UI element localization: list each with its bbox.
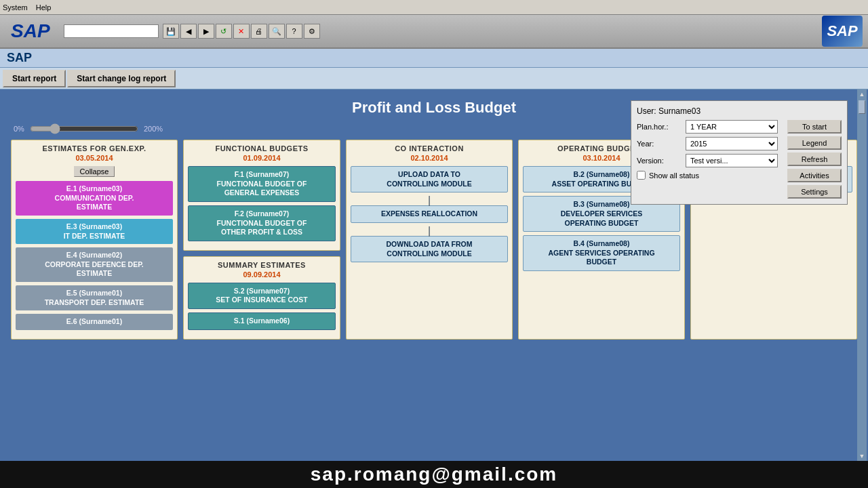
email-bar: sap.romang@gmail.com xyxy=(0,461,868,488)
col-co-date: 02.10.2014 xyxy=(351,154,508,162)
sap-title-bar: SAP xyxy=(0,49,868,68)
show-all-status-label: Show all status xyxy=(649,171,699,180)
card-s2[interactable]: S.2 (Surname07)SET OF INSURANCE COST xyxy=(188,283,336,309)
main-content: Profit and Loss Budget 0% 200% User: Sur… xyxy=(0,89,868,461)
zoom-slider[interactable] xyxy=(30,123,138,134)
settings-icon[interactable]: ⚙ xyxy=(304,24,320,39)
info-panel: User: Surname03 Plan.hor.: 1 YEAR Year: … xyxy=(631,100,848,205)
user-row: User: Surname03 xyxy=(637,106,842,116)
sap-header: SAP 💾 ◀ ▶ ↺ ✕ 🖨 🔍 ? ⚙ SAP xyxy=(0,15,868,49)
card-e3[interactable]: E.3 (Surname03)IT DEP. ESTIMATE xyxy=(16,219,173,244)
card-co3[interactable]: DOWNLOAD DATA FROMCONTROLLING MODULE xyxy=(351,236,508,262)
version-label: Version: xyxy=(637,157,686,165)
card-e1[interactable]: E.1 (Surname03)COMMUNICATION DEP.ESTIMAT… xyxy=(16,181,173,216)
col-functional: FUNCTIONAL BUDGETS 01.09.2014 F.1 (Surna… xyxy=(183,140,340,251)
card-b4[interactable]: B.4 (Surname08)AGENT SERVICES OPERATINGB… xyxy=(523,235,680,271)
col-summary-title: SUMMARY ESTIMATES xyxy=(188,261,336,269)
user-label: User: xyxy=(637,106,656,116)
card-e4[interactable]: E.4 (Surname02)CORPORATE DEFENCE DEP.EST… xyxy=(16,247,173,282)
nav-forward-icon[interactable]: ▶ xyxy=(198,24,214,39)
refresh-button[interactable]: Refresh xyxy=(787,152,842,166)
col-functional-title: FUNCTIONAL BUDGETS xyxy=(188,144,336,152)
menu-help[interactable]: Help xyxy=(36,3,52,12)
scroll-up-arrow[interactable]: ▲ xyxy=(859,89,865,99)
card-f1[interactable]: F.1 (Surname07)FUNCTIONAL BUDGET OFGENER… xyxy=(188,166,336,202)
sap-brand-logo: SAP xyxy=(822,16,863,47)
year-label: Year: xyxy=(637,140,686,148)
year-select[interactable]: 2015 xyxy=(686,137,778,150)
col-estimates-title: ESTIMATES FOR GEN.EXP. xyxy=(16,144,173,152)
vertical-scrollbar[interactable]: ▲ ▼ xyxy=(857,89,867,461)
col-functional-group: FUNCTIONAL BUDGETS 01.09.2014 F.1 (Surna… xyxy=(183,140,340,340)
col-co-title: CO INTERACTION xyxy=(351,144,508,152)
card-co1[interactable]: UPLOAD DATA TOCONTROLLING MODULE xyxy=(351,166,508,192)
user-value: Surname03 xyxy=(658,106,701,116)
card-s1[interactable]: S.1 (Surname06) xyxy=(188,312,336,330)
scroll-thumb[interactable] xyxy=(859,100,865,114)
plan-hor-label: Plan.hor.: xyxy=(637,123,686,131)
print-icon[interactable]: 🖨 xyxy=(251,24,267,39)
sap-app-title: SAP xyxy=(7,51,32,65)
refresh-icon[interactable]: ↺ xyxy=(216,24,232,39)
col-functional-date: 01.09.2014 xyxy=(188,154,336,162)
version-row: Version: Test versi... xyxy=(637,154,778,167)
to-start-button[interactable]: To start xyxy=(787,120,842,134)
legend-button[interactable]: Legend xyxy=(787,136,842,150)
col-estimates: ESTIMATES FOR GEN.EXP. 03.05.2014 Collap… xyxy=(11,140,178,340)
sap-logo: SAP xyxy=(11,20,50,42)
plan-hor-select[interactable]: 1 YEAR xyxy=(686,120,778,134)
plan-hor-row: Plan.hor.: 1 YEAR xyxy=(637,120,778,134)
start-report-button[interactable]: Start report xyxy=(3,70,66,87)
scroll-down-arrow[interactable]: ▼ xyxy=(859,451,865,461)
menu-bar: System Help xyxy=(0,0,868,15)
nav-back-icon[interactable]: ◀ xyxy=(180,24,197,39)
card-e5[interactable]: E.5 (Surname01)TRANSPORT DEP. ESTIMATE xyxy=(16,285,173,310)
show-all-status-row: Show all status xyxy=(637,171,778,180)
find-icon[interactable]: 🔍 xyxy=(269,24,285,39)
activities-button[interactable]: Activities xyxy=(787,169,842,182)
start-change-log-report-button[interactable]: Start change log report xyxy=(67,70,176,87)
email-address: sap.romang@gmail.com xyxy=(311,464,558,485)
zoom-min-label: 0% xyxy=(14,125,24,133)
col-co-interaction: CO INTERACTION 02.10.2014 UPLOAD DATA TO… xyxy=(346,140,513,340)
year-row: Year: 2015 xyxy=(637,137,778,150)
address-input[interactable] xyxy=(64,24,159,38)
card-co2[interactable]: EXPENSES REALLOCATION xyxy=(351,205,508,223)
col-summary: SUMMARY ESTIMATES 09.09.2014 S.2 (Surnam… xyxy=(183,256,340,340)
col-estimates-date: 03.05.2014 xyxy=(16,154,173,162)
help-icon[interactable]: ? xyxy=(286,24,302,39)
menu-system[interactable]: System xyxy=(3,3,28,12)
card-e6[interactable]: E.6 (Surname01) xyxy=(16,314,173,330)
collapse-button[interactable]: Collapse xyxy=(74,166,115,177)
settings-button[interactable]: Settings xyxy=(787,185,842,199)
show-all-status-checkbox[interactable] xyxy=(637,171,646,180)
zoom-max-label: 200% xyxy=(144,125,163,133)
version-select[interactable]: Test versi... xyxy=(686,154,778,167)
toolbar: 💾 ◀ ▶ ↺ ✕ 🖨 🔍 ? ⚙ xyxy=(64,24,320,39)
stop-icon[interactable]: ✕ xyxy=(233,24,250,39)
col-summary-date: 09.09.2014 xyxy=(188,270,336,279)
save-icon[interactable]: 💾 xyxy=(163,24,179,39)
card-f2[interactable]: F.2 (Surname07)FUNCTIONAL BUDGET OFOTHER… xyxy=(188,205,336,241)
button-bar: Start report Start change log report xyxy=(0,68,868,89)
